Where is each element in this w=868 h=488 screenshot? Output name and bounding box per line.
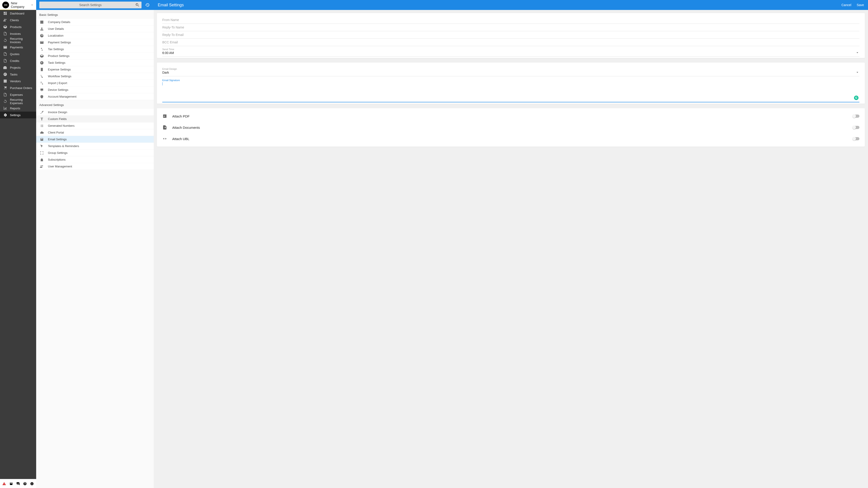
nav-item-purchase-orders[interactable]: Purchase Orders <box>0 85 36 91</box>
nav-item-projects[interactable]: Projects <box>0 64 36 71</box>
attachments-card: Attach PDFAttach DocumentsAttach UBL <box>157 108 865 147</box>
reply-to-name-field[interactable]: Reply-To Name <box>162 24 860 31</box>
bcc-email-field[interactable]: BCC Email <box>162 39 860 46</box>
detail-panel: Email Settings Cancel Save From Name Rep… <box>154 0 868 488</box>
frame-icon <box>40 151 44 155</box>
info-icon[interactable] <box>30 482 34 486</box>
settings-row-label: Tax Settings <box>48 47 150 51</box>
settings-row-localization[interactable]: Localization <box>36 32 154 39</box>
nav-item-invoices[interactable]: Invoices <box>0 30 36 37</box>
cloud-icon <box>40 131 44 135</box>
help-icon[interactable] <box>23 482 27 486</box>
settings-row-client-portal[interactable]: Client Portal <box>36 129 154 136</box>
shield-icon <box>40 95 44 99</box>
nav-item-dashboard[interactable]: Dashboard <box>0 10 36 17</box>
nav-label: Dashboard <box>10 12 24 15</box>
settings-row-workflow-settings[interactable]: Workflow Settings <box>36 73 154 80</box>
nav-item-quotes[interactable]: Quotes <box>0 51 36 57</box>
settings-row-import-export[interactable]: Import | Export <box>36 80 154 87</box>
settings-row-task-settings[interactable]: Task Settings <box>36 59 154 66</box>
card-icon <box>3 45 7 49</box>
building-icon <box>40 20 44 24</box>
attach-icon <box>162 125 167 130</box>
people-icon <box>3 18 7 22</box>
settings-row-label: Email Settings <box>48 138 150 141</box>
grammarly-icon[interactable]: G <box>854 96 859 100</box>
settings-row-templates-reminders[interactable]: Templates & Reminders <box>36 143 154 150</box>
clock-icon <box>40 61 44 65</box>
email-design-field[interactable]: Email Design Dark <box>162 66 860 76</box>
search-box[interactable] <box>39 2 142 8</box>
send-time-field[interactable]: Send Time 6:00 AM <box>162 46 860 57</box>
detail-actions: Cancel Save <box>841 3 864 7</box>
reply-to-email-field[interactable]: Reply-To Email <box>162 31 860 39</box>
field-label: From Name <box>162 18 860 22</box>
nav-item-tasks[interactable]: Tasks <box>0 71 36 78</box>
mail-icon[interactable] <box>9 482 13 486</box>
detail-body: From Name Reply-To Name Reply-To Email B… <box>154 10 868 488</box>
from-name-field[interactable]: From Name <box>162 16 860 24</box>
nav-label: Expenses <box>10 93 23 96</box>
nav-item-credits[interactable]: Credits <box>0 57 36 64</box>
settings-row-company-details[interactable]: Company Details <box>36 19 154 26</box>
chevron-down-icon <box>30 3 34 7</box>
settings-row-account-management[interactable]: Account Management <box>36 93 154 100</box>
field-label: Reply-To Email <box>162 33 860 37</box>
settings-group-label: Basic Settings <box>36 10 154 19</box>
toggle-label: Attach PDF <box>172 114 848 118</box>
settings-row-user-management[interactable]: User Management <box>36 163 154 170</box>
toggle-switch[interactable] <box>852 115 860 118</box>
person-icon <box>40 27 44 31</box>
briefcase-icon <box>3 66 7 70</box>
email-design-card: Email Design Dark Email Signature G <box>157 63 865 104</box>
history-button[interactable] <box>144 2 151 8</box>
globe-icon <box>40 34 44 38</box>
settings-row-invoice-design[interactable]: Invoice Design <box>36 109 154 116</box>
settings-row-tax-settings[interactable]: Tax Settings <box>36 46 154 53</box>
warning-icon[interactable] <box>2 482 6 486</box>
settings-row-payment-settings[interactable]: Payment Settings <box>36 39 154 46</box>
percent-icon <box>40 47 44 51</box>
chart-icon <box>3 106 7 110</box>
detail-title: Email Settings <box>158 3 841 7</box>
cancel-button[interactable]: Cancel <box>841 3 851 7</box>
company-switcher[interactable]: New Company <box>0 0 36 10</box>
building-icon <box>3 79 7 83</box>
history-icon <box>145 3 150 7</box>
nav-item-recurring-invoices[interactable]: Recurring Invoices <box>0 37 36 44</box>
settings-row-expense-settings[interactable]: Expense Settings <box>36 66 154 73</box>
email-signature-field[interactable]: Email Signature G <box>162 76 860 102</box>
nav-item-expenses[interactable]: Expenses <box>0 91 36 98</box>
save-button[interactable]: Save <box>857 3 864 7</box>
nav-item-reports[interactable]: Reports <box>0 105 36 111</box>
nav-item-payments[interactable]: Payments <box>0 44 36 51</box>
toggle-label: Attach UBL <box>172 137 848 141</box>
settings-row-label: Workflow Settings <box>48 74 150 78</box>
toggle-switch[interactable] <box>852 137 860 140</box>
settings-row-user-details[interactable]: User Details <box>36 26 154 32</box>
nav-label: Quotes <box>10 53 20 56</box>
swap-icon <box>40 81 44 85</box>
branch-icon <box>40 74 44 78</box>
settings-row-device-settings[interactable]: Device Settings <box>36 87 154 93</box>
email-fields-card: From Name Reply-To Name Reply-To Email B… <box>157 13 865 58</box>
toggle-switch[interactable] <box>852 126 860 129</box>
nav-item-products[interactable]: Products <box>0 24 36 30</box>
search-input[interactable] <box>41 3 139 7</box>
recurring-icon <box>3 38 7 42</box>
settings-row-subscriptions[interactable]: Subscriptions <box>36 156 154 163</box>
nav-item-vendors[interactable]: Vendors <box>0 78 36 85</box>
settings-row-product-settings[interactable]: Product Settings <box>36 53 154 59</box>
settings-row-custom-fields[interactable]: Custom Fields <box>36 116 154 123</box>
settings-row-label: Task Settings <box>48 61 150 64</box>
settings-row-group-settings[interactable]: Group Settings <box>36 150 154 156</box>
nav-label: Credits <box>10 59 19 63</box>
code-icon <box>162 136 167 141</box>
search-icon <box>135 3 140 7</box>
nav-item-settings[interactable]: Settings <box>0 111 36 119</box>
forum-icon[interactable] <box>16 482 20 486</box>
settings-row-email-settings[interactable]: Email Settings <box>36 136 154 143</box>
settings-row-generated-numbers[interactable]: Generated Numbers <box>36 123 154 129</box>
nav-item-recurring-expenses[interactable]: Recurring Expenses <box>0 98 36 105</box>
nav-item-clients[interactable]: Clients <box>0 17 36 24</box>
